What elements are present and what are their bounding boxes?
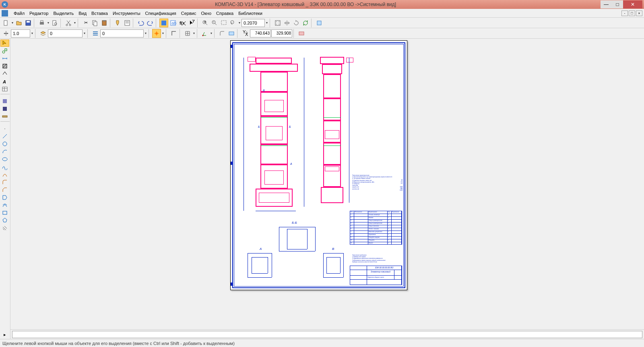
- param-tool[interactable]: [0, 105, 9, 112]
- mdi-minimize[interactable]: -: [621, 10, 628, 16]
- new-button[interactable]: [2, 19, 10, 27]
- copy-button[interactable]: [91, 19, 99, 27]
- layer-icon[interactable]: [39, 29, 47, 38]
- svg-rect-5: [53, 21, 56, 25]
- dimension-tool[interactable]: [0, 55, 9, 62]
- layer-input[interactable]: [48, 29, 83, 37]
- hatch-tool[interactable]: [0, 62, 9, 70]
- redo-button[interactable]: [146, 19, 155, 27]
- polygon-tool[interactable]: [0, 217, 9, 224]
- grid-button[interactable]: [183, 29, 192, 38]
- zoom-in-button[interactable]: +: [201, 19, 210, 27]
- local-cs-button[interactable]: [200, 29, 209, 38]
- linestyle-dropdown[interactable]: ▼: [144, 29, 147, 38]
- svg-point-37: [2, 51, 5, 53]
- line-tool[interactable]: [0, 133, 9, 140]
- param-button[interactable]: [227, 29, 236, 38]
- zoom-fit-button[interactable]: [273, 19, 282, 27]
- redraw-button[interactable]: [301, 19, 310, 27]
- preview-button[interactable]: [50, 19, 59, 27]
- save-button[interactable]: [24, 19, 33, 27]
- layer-dropdown[interactable]: ▼: [83, 29, 86, 38]
- new-dropdown[interactable]: ▼: [11, 19, 14, 27]
- properties-button[interactable]: [123, 19, 132, 27]
- lib-manager-button[interactable]: [159, 19, 168, 27]
- arc-tool[interactable]: [0, 148, 9, 155]
- mdi-close[interactable]: ×: [636, 10, 642, 16]
- menu-window[interactable]: Окно: [198, 10, 214, 17]
- menu-view[interactable]: Вид: [76, 10, 89, 17]
- print-button[interactable]: [37, 19, 46, 27]
- zoom-dropdown[interactable]: ▼: [265, 19, 268, 27]
- spline-tool[interactable]: [0, 163, 9, 170]
- edit-tool[interactable]: [0, 98, 9, 105]
- drawing-canvas[interactable]: Б Б В А: [10, 39, 644, 329]
- paste-button[interactable]: [100, 19, 109, 27]
- geometry-tool[interactable]: [0, 47, 9, 54]
- open-button[interactable]: [14, 19, 23, 27]
- round-button[interactable]: [218, 29, 227, 38]
- menu-libs[interactable]: Библиотеки: [236, 10, 265, 17]
- hatch2-tool[interactable]: [0, 224, 9, 232]
- linestyle-input[interactable]: [100, 29, 144, 37]
- measure-tool[interactable]: [0, 113, 9, 120]
- ellipse-tool[interactable]: [0, 156, 9, 163]
- local-cs-dropdown[interactable]: ▼: [210, 29, 213, 38]
- help-cursor-button[interactable]: ?: [187, 19, 196, 27]
- menu-insert[interactable]: Вставка: [89, 10, 110, 17]
- ortho-button[interactable]: [169, 29, 178, 38]
- rough-tool[interactable]: [0, 70, 9, 77]
- snap-button[interactable]: [152, 29, 161, 38]
- maximize-button[interactable]: □: [612, 0, 623, 8]
- close-button[interactable]: ✕: [623, 0, 642, 8]
- step-input[interactable]: [11, 29, 30, 37]
- svg-text:-: -: [213, 20, 215, 24]
- menu-spec[interactable]: Спецификация: [143, 10, 179, 17]
- cut-button[interactable]: [64, 19, 73, 27]
- rotate-button[interactable]: [292, 19, 301, 27]
- zoom-prev-dropdown[interactable]: ▼: [238, 19, 241, 27]
- menu-service[interactable]: Сервис: [179, 10, 199, 17]
- zoom-input[interactable]: [242, 19, 265, 27]
- zoom-prev-button[interactable]: [229, 19, 237, 27]
- table-tool[interactable]: [0, 85, 9, 93]
- contour-tool[interactable]: [0, 194, 9, 201]
- rect-tool[interactable]: [0, 209, 9, 216]
- fx-button[interactable]: f(x): [178, 19, 187, 27]
- step-button[interactable]: [2, 29, 10, 38]
- tool-misc-button[interactable]: [315, 19, 324, 27]
- minimize-button[interactable]: —: [601, 0, 612, 8]
- pan-button[interactable]: [283, 19, 291, 27]
- grid-dropdown[interactable]: ▼: [192, 29, 196, 38]
- menu-edit[interactable]: Редактор: [27, 10, 51, 17]
- end-button[interactable]: [297, 29, 306, 38]
- step-dropdown[interactable]: ▼: [31, 29, 34, 38]
- cut-dropdown[interactable]: ▼: [73, 19, 76, 27]
- command-input[interactable]: [12, 331, 642, 338]
- select-tool[interactable]: [0, 39, 9, 47]
- mdi-restore[interactable]: □: [629, 10, 635, 16]
- svg-rect-4: [41, 21, 43, 22]
- circle-tool[interactable]: [0, 140, 9, 148]
- zoom-out-button[interactable]: -: [210, 19, 219, 27]
- zoom-window-button[interactable]: [219, 19, 228, 27]
- menu-select[interactable]: Выделить: [51, 10, 76, 17]
- menu-file[interactable]: Файл: [11, 10, 27, 17]
- curve-tool[interactable]: [0, 171, 9, 178]
- text-tool[interactable]: A: [0, 78, 9, 85]
- menu-tools[interactable]: Инструменты: [110, 10, 143, 17]
- menu-help[interactable]: Справка: [214, 10, 236, 17]
- fillet-tool[interactable]: [0, 179, 9, 186]
- svg-rect-3: [40, 22, 44, 25]
- snap-dropdown[interactable]: ▼: [161, 29, 165, 38]
- cut2-button[interactable]: ✂: [81, 19, 90, 27]
- point-tool[interactable]: ·: [0, 125, 9, 132]
- undo-button[interactable]: [136, 19, 145, 27]
- print-dropdown[interactable]: ▼: [47, 19, 50, 27]
- variables-button[interactable]: ab: [169, 19, 178, 27]
- chamfer-tool[interactable]: [0, 186, 9, 193]
- linestyle-icon[interactable]: [91, 29, 100, 38]
- format-painter-button[interactable]: [114, 19, 122, 27]
- expand-toolbar[interactable]: ▸: [0, 331, 9, 338]
- equid-tool[interactable]: [0, 202, 9, 209]
